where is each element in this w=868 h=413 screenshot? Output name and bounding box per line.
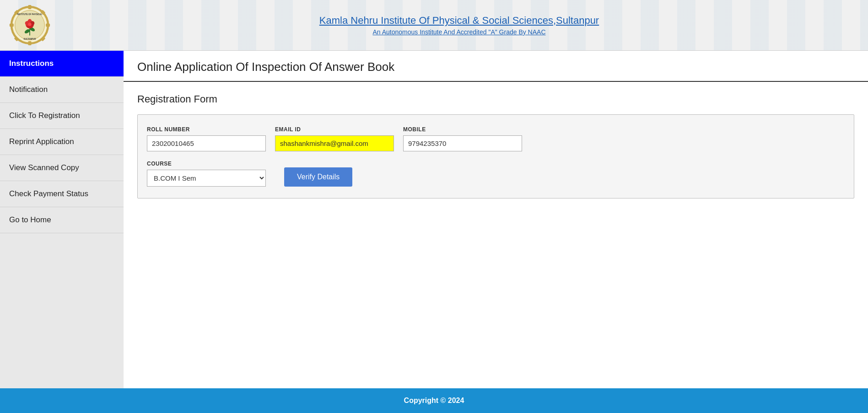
institute-name[interactable]: Kamla Nehru Institute Of Physical & Soci… [59,15,859,27]
verify-details-button[interactable]: Verify Details [284,167,352,187]
sidebar-item-view-scanned-copy[interactable]: View Scanned Copy [0,155,124,181]
svg-text:SULTANPUR: SULTANPUR [23,38,36,40]
mobile-input[interactable] [403,135,522,151]
verify-btn-wrapper: Verify Details [284,158,352,187]
sidebar-item-click-to-registration[interactable]: Click To Registration [0,103,124,129]
sidebar-item-instructions[interactable]: Instructions [0,51,124,77]
sidebar-item-check-payment-status[interactable]: Check Payment Status [0,181,124,207]
content-body: Registration Form ROLL NUMBER EMAIL ID M… [124,82,868,210]
email-label: EMAIL ID [275,126,394,133]
course-select[interactable]: B.COM I Sem B.COM II Sem B.COM III Sem B… [147,170,266,187]
institute-logo: INSTITUTE OF PHYSICAL SULTANPUR [9,5,50,46]
page-title: Online Application Of Inspection Of Answ… [137,60,854,74]
roll-number-label: ROLL NUMBER [147,126,266,133]
page-header: INSTITUTE OF PHYSICAL SULTANPUR Kamla Ne… [0,0,868,51]
page-footer: Copyright © 2024 [0,388,868,413]
email-input[interactable] [275,135,394,151]
form-row-1: ROLL NUMBER EMAIL ID MOBILE [147,126,845,151]
institute-tagline: An Autonomous Institute And Accredited "… [59,28,859,36]
roll-number-group: ROLL NUMBER [147,126,266,151]
content-area: Online Application Of Inspection Of Answ… [124,51,868,388]
svg-point-18 [28,23,31,26]
svg-rect-5 [46,23,50,27]
svg-rect-2 [28,5,31,9]
form-section-title: Registration Form [137,93,854,105]
mobile-group: MOBILE [403,126,522,151]
main-layout: Instructions Notification Click To Regis… [0,51,868,388]
header-text-block: Kamla Nehru Institute Of Physical & Soci… [59,15,859,36]
svg-rect-4 [10,23,14,27]
email-group: EMAIL ID [275,126,394,151]
mobile-label: MOBILE [403,126,522,133]
course-group: COURSE B.COM I Sem B.COM II Sem B.COM II… [147,161,266,187]
sidebar-item-notification[interactable]: Notification [0,77,124,103]
sidebar: Instructions Notification Click To Regis… [0,51,124,388]
svg-text:INSTITUTE OF PHYSICAL: INSTITUTE OF PHYSICAL [17,13,43,16]
sidebar-item-reprint-application[interactable]: Reprint Application [0,129,124,155]
copyright-text: Copyright © 2024 [404,397,464,404]
course-label: COURSE [147,161,266,167]
form-row-2: COURSE B.COM I Sem B.COM II Sem B.COM II… [147,158,845,187]
sidebar-item-go-to-home[interactable]: Go to Home [0,207,124,233]
roll-number-input[interactable] [147,135,266,151]
registration-form: ROLL NUMBER EMAIL ID MOBILE COUR [137,114,854,198]
svg-rect-3 [28,41,31,45]
page-title-bar: Online Application Of Inspection Of Answ… [124,51,868,82]
